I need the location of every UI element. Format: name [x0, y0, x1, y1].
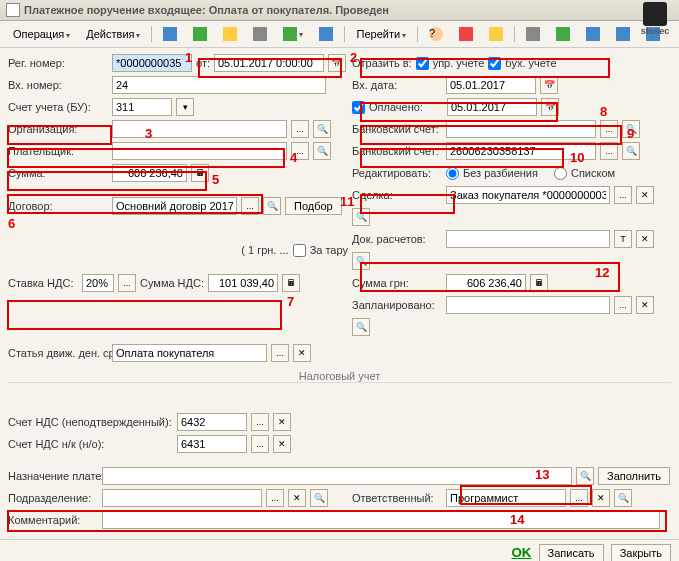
reg-no-input[interactable] [112, 54, 192, 72]
ellipsis-vat2[interactable]: ... [251, 413, 269, 431]
vat-unconfirmed-input[interactable] [177, 413, 247, 431]
t-btn[interactable]: T [614, 230, 632, 248]
select-btn[interactable]: ▾ [176, 98, 194, 116]
search-icon-2[interactable]: 🔍 [622, 120, 640, 138]
ellipsis-vat3[interactable]: ... [251, 435, 269, 453]
calc-icon-3[interactable]: 🖩 [530, 274, 548, 292]
tb-icon-8[interactable] [519, 24, 547, 44]
tb-icon-3[interactable] [216, 24, 244, 44]
sum-grn-input[interactable] [446, 274, 526, 292]
ellipsis-btn-5[interactable]: ... [241, 197, 259, 215]
tb-icon-2[interactable] [186, 24, 214, 44]
paid-label: Оплачено: [369, 101, 443, 113]
paid-checkbox[interactable] [352, 101, 365, 114]
clear-icon-6[interactable]: ✕ [273, 435, 291, 453]
dept-input[interactable] [102, 489, 262, 507]
clear-icon-8[interactable]: ✕ [592, 489, 610, 507]
bez-razb-radio[interactable] [446, 167, 459, 180]
bank-acct-input-2[interactable] [446, 142, 596, 160]
search-icon-10[interactable]: 🔍 [310, 489, 328, 507]
sum-input[interactable] [112, 164, 187, 182]
contract-label: Договор: [8, 200, 108, 212]
ellipsis-btn[interactable]: ... [291, 120, 309, 138]
ok-button[interactable]: OK [511, 545, 531, 560]
purpose-input[interactable] [102, 467, 572, 485]
tb-icon-dk[interactable] [452, 24, 480, 44]
search-icon-8[interactable]: 🔍 [352, 318, 370, 336]
search-icon-4[interactable]: 🔍 [622, 142, 640, 160]
ellipsis-plan[interactable]: ... [614, 296, 632, 314]
fill-button[interactable]: Заполнить [598, 467, 670, 485]
comment-input[interactable] [102, 511, 660, 529]
za-taru-checkbox[interactable] [293, 244, 306, 257]
upr-uchet-checkbox[interactable] [416, 57, 429, 70]
payer-input[interactable] [112, 142, 287, 160]
paid-date-input[interactable] [447, 98, 537, 116]
save-button[interactable]: Записать [539, 544, 604, 561]
cash-flow-input[interactable] [112, 344, 267, 362]
ellipsis-btn-4[interactable]: ... [600, 142, 618, 160]
bank-acct-input-1[interactable] [446, 120, 596, 138]
in-no-input[interactable] [112, 76, 326, 94]
contract-input[interactable] [112, 197, 237, 215]
help-icon[interactable]: ? [422, 24, 450, 44]
search-icon-11[interactable]: 🔍 [614, 489, 632, 507]
search-icon-3[interactable]: 🔍 [313, 142, 331, 160]
ellipsis-btn-3[interactable]: ... [291, 142, 309, 160]
vat-sum-input[interactable] [208, 274, 278, 292]
ellipsis-vat[interactable]: ... [118, 274, 136, 292]
clear-icon-3[interactable]: ✕ [636, 296, 654, 314]
calendar-icon-2[interactable]: 📅 [540, 76, 558, 94]
tb-icon-10[interactable] [579, 24, 607, 44]
clear-icon-2[interactable]: ✕ [636, 230, 654, 248]
close-button[interactable]: Закрыть [611, 544, 671, 561]
clear-icon[interactable]: ✕ [636, 186, 654, 204]
ellipsis-deal[interactable]: ... [614, 186, 632, 204]
calendar-icon[interactable]: 📅 [328, 54, 346, 72]
ellipsis-dept[interactable]: ... [266, 489, 284, 507]
responsible-input[interactable] [446, 489, 566, 507]
spiskom-radio[interactable] [554, 167, 567, 180]
date-input[interactable] [214, 54, 324, 72]
tb-icon-11[interactable] [609, 24, 637, 44]
tb-icon-6[interactable] [312, 24, 340, 44]
tb-icon-5[interactable] [276, 24, 310, 44]
dept-label: Подразделение: [8, 492, 98, 504]
calendar-icon-3[interactable]: 📅 [541, 98, 559, 116]
operation-menu[interactable]: Операция [6, 25, 77, 43]
podbor-button[interactable]: Подбор [285, 197, 342, 215]
ellipsis-cf[interactable]: ... [271, 344, 289, 362]
reflect-label: Отразить в: [352, 57, 412, 69]
clear-icon-5[interactable]: ✕ [273, 413, 291, 431]
vat-rate-input[interactable] [82, 274, 114, 292]
actions-menu[interactable]: Действия [79, 25, 147, 43]
tax-section-title: Налоговый учет [8, 370, 671, 383]
ellipsis-btn-2[interactable]: ... [600, 120, 618, 138]
calc-icon-2[interactable]: 🖩 [282, 274, 300, 292]
tb-icon-7[interactable] [482, 24, 510, 44]
clear-icon-4[interactable]: ✕ [293, 344, 311, 362]
search-icon[interactable]: 🔍 [313, 120, 331, 138]
doc-rasch-input[interactable] [446, 230, 610, 248]
deal-input[interactable] [446, 186, 610, 204]
tb-icon-9[interactable] [549, 24, 577, 44]
goto-menu[interactable]: Перейти [349, 25, 413, 43]
calc-icon[interactable]: 🖩 [191, 164, 209, 182]
bukh-uchet-checkbox[interactable] [488, 57, 501, 70]
search-icon-9[interactable]: 🔍 [576, 467, 594, 485]
in-date-input[interactable] [446, 76, 536, 94]
search-icon-6[interactable]: 🔍 [352, 208, 370, 226]
payer-label: Плательщик: [8, 145, 108, 157]
ellipsis-resp[interactable]: ... [570, 489, 588, 507]
org-input[interactable] [112, 120, 287, 138]
vat-nk-input[interactable] [177, 435, 247, 453]
tb-icon-1[interactable] [156, 24, 184, 44]
search-icon-7[interactable]: 🔍 [352, 252, 370, 270]
clear-icon-7[interactable]: ✕ [288, 489, 306, 507]
planned-input[interactable] [446, 296, 610, 314]
search-icon-5[interactable]: 🔍 [263, 197, 281, 215]
bank-acct-label-2: Банковский счет: [352, 145, 442, 157]
tb-icon-4[interactable] [246, 24, 274, 44]
from-label: от: [196, 57, 210, 69]
account-bu-input[interactable] [112, 98, 172, 116]
